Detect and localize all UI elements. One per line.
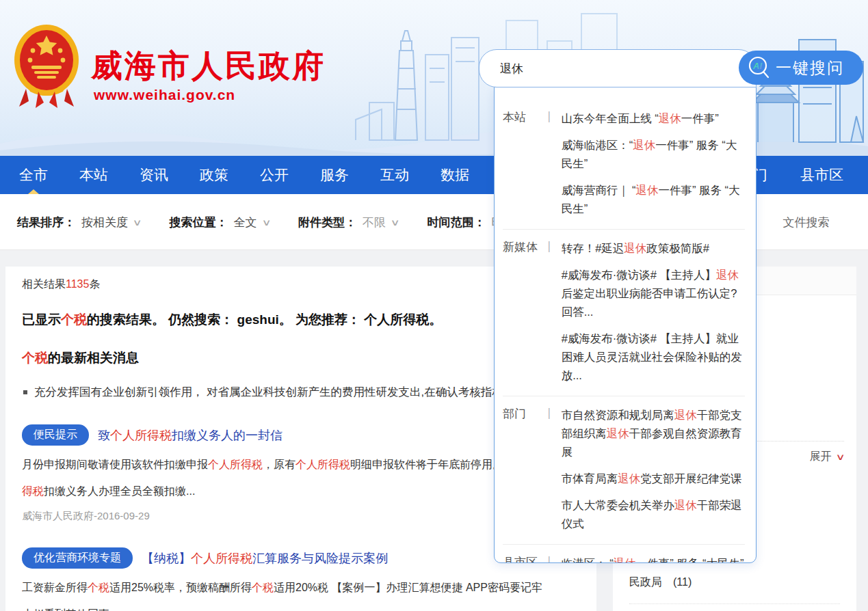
suggest-item[interactable]: 市自然资源和规划局离退休干部党支部组织离退休干部参观自然资源教育展 <box>562 406 745 461</box>
ai-magnifier-icon: AI <box>746 55 772 81</box>
suggest-item[interactable]: 市人大常委会机关举办退休干部荣退仪式 <box>562 496 745 533</box>
nav-tab-open[interactable]: 公开 <box>260 156 289 194</box>
dept-count: (11) <box>673 576 692 588</box>
ai-icon-text: AI <box>752 61 762 71</box>
filter-time-label: 时间范围： <box>428 215 486 230</box>
dept-name: 民政局 <box>629 576 662 588</box>
site-title: 威海市人民政府 <box>91 45 326 87</box>
section-divider: ｜ <box>544 406 555 534</box>
suggest-item[interactable]: 市体育局离退休党支部开展纪律党课 <box>562 470 745 488</box>
section-divider: ｜ <box>544 239 555 386</box>
filter-sort-label: 结果排序： <box>17 215 75 230</box>
nav-tab-service[interactable]: 服务 <box>320 156 349 194</box>
snippet-line: 工资薪金所得个税适用25%税率，预缴稿酬所得个税适用20%税 【案例一】办理汇算… <box>22 578 580 598</box>
result-badge[interactable]: 便民提示 <box>22 424 89 446</box>
suggest-item[interactable]: 转存！#延迟退休政策极简版# <box>562 239 745 258</box>
ai-button-label: 一键搜问 <box>776 57 844 79</box>
chevron-down-icon: ∨ <box>133 217 142 228</box>
suggest-section-newmedia: 新媒体 ｜ 转存！#延迟退休政策极简版# #威海发布·微访谈# 【主持人】退休后… <box>503 229 745 396</box>
chevron-down-icon: ∨ <box>261 217 271 228</box>
filter-sort[interactable]: 结果排序： 按相关度 ∨ <box>17 215 141 230</box>
ai-search-button[interactable]: AI 一键搜问 <box>739 51 863 85</box>
nav-tab-data[interactable]: 数据 <box>440 156 469 194</box>
result-title-link[interactable]: 【纳税】个人所得税汇算服务与风险提示案例 <box>142 550 388 567</box>
suggest-section-site: 本站 ｜ 山东今年全面上线 “退休一件事” 威海临港区：“退休一件事” 服务 “… <box>503 100 745 229</box>
expand-label: 展开 <box>809 450 831 464</box>
section-label: 新媒体 <box>503 239 544 386</box>
nav-tab-this-site[interactable]: 本站 <box>79 156 108 194</box>
nav-tab-all-city[interactable]: 全市 <box>19 156 48 194</box>
section-label: 本站 <box>503 109 544 219</box>
search-box <box>479 49 757 87</box>
sidebar-item-minzhengju[interactable]: 民政局(11) <box>629 575 692 590</box>
nav-tab-policy[interactable]: 政策 <box>200 156 228 194</box>
site-url: www.weihai.gov.cn <box>94 87 235 103</box>
section-label: 县市区 <box>503 554 544 563</box>
suggest-section-department: 部门 ｜ 市自然资源和规划局离退休干部党支部组织离退休干部参观自然资源教育展 市… <box>503 396 745 544</box>
search-suggestions-panel: 本站 ｜ 山东今年全面上线 “退休一件事” 威海临港区：“退休一件事” 服务 “… <box>494 87 757 563</box>
search-input[interactable] <box>479 50 756 87</box>
filter-attachment-type[interactable]: 附件类型： 不限 ∨ <box>298 215 399 230</box>
result-badge[interactable]: 优化营商环境专题 <box>22 547 133 569</box>
expand-toggle[interactable]: 展开 ∨ <box>809 450 844 464</box>
filter-position[interactable]: 搜索位置： 全文 ∨ <box>170 215 270 230</box>
chevron-down-icon: ∨ <box>836 452 845 462</box>
file-search-button[interactable]: 文件搜索 <box>756 205 856 239</box>
filter-attachment-label: 附件类型： <box>298 215 356 230</box>
sidebar-divider <box>629 603 840 604</box>
nav-tab-news[interactable]: 资讯 <box>140 156 168 194</box>
suggest-item[interactable]: 威海临港区：“退休一件事” 服务 “大民生” <box>562 136 745 173</box>
suggest-section-county: 县市区 ｜ 临港区： “退休一件事” 服务 “大民生” 山东今年全面上线 “退休… <box>503 544 745 563</box>
result-snippet: 工资薪金所得个税适用25%税率，预缴稿酬所得个税适用20%税 【案例一】办理汇算… <box>22 578 580 611</box>
filter-sort-value: 按相关度 <box>81 215 128 230</box>
suggest-item[interactable]: #威海发布·微访谈# 【主持人】退休后鉴定出职业病能否申请工伤认定? 回答... <box>562 266 745 321</box>
result-title-link[interactable]: 致个人所得税扣缴义务人的一封信 <box>98 427 282 444</box>
national-emblem-logo <box>12 21 81 111</box>
suggest-item[interactable]: 临港区： “退休一件事” 服务 “大民生” <box>562 554 745 563</box>
section-divider: ｜ <box>544 554 555 563</box>
snippet-line: 小赵看到其他同事... <box>22 604 580 611</box>
chevron-down-icon: ∨ <box>391 217 400 228</box>
nav-tab-county[interactable]: 县市区 <box>800 156 843 194</box>
suggest-item[interactable]: 山东今年全面上线 “退休一件事” <box>562 109 745 128</box>
section-divider: ｜ <box>544 109 555 219</box>
nav-tab-interact[interactable]: 互动 <box>380 156 409 194</box>
filter-position-value: 全文 <box>234 215 257 230</box>
filter-position-label: 搜索位置： <box>170 215 228 230</box>
filter-groups: 结果排序： 按相关度 ∨ 搜索位置： 全文 ∨ 附件类型： 不限 ∨ 时间范围：… <box>17 194 544 250</box>
suggest-item[interactable]: #威海发布·微访谈# 【主持人】就业困难人员灵活就业社会保险补贴的发放... <box>562 329 745 385</box>
section-label: 部门 <box>503 406 544 534</box>
filter-attachment-value: 不限 <box>363 215 386 230</box>
suggest-item[interactable]: 威海营商行｜ “退休一件事” 服务 “大民生” <box>562 181 745 218</box>
